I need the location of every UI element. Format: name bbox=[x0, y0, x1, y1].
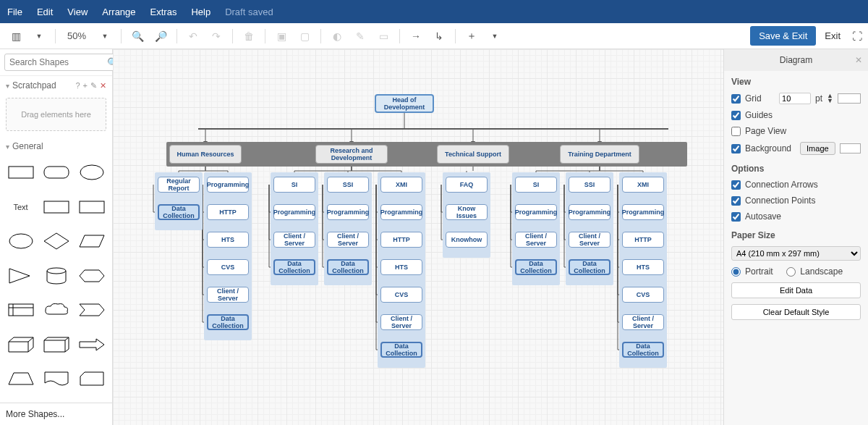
add-scratch-icon[interactable]: + bbox=[83, 81, 88, 90]
shadow-icon[interactable]: ▭ bbox=[373, 26, 393, 46]
help-icon[interactable]: ? bbox=[75, 81, 80, 90]
conn-pts-check[interactable] bbox=[731, 196, 741, 206]
shape-trapezoid[interactable] bbox=[6, 368, 35, 390]
shape-rect[interactable] bbox=[6, 161, 35, 183]
zoom-level[interactable]: 50% bbox=[61, 30, 92, 41]
node-dept-0[interactable]: Human Resources bbox=[169, 145, 242, 164]
node-1-0-0[interactable]: SI bbox=[273, 177, 315, 193]
node-dept-1[interactable]: Research and Development bbox=[315, 145, 388, 164]
connection-icon[interactable]: → bbox=[406, 26, 426, 46]
node-1-1-1[interactable]: Programming bbox=[327, 204, 369, 220]
zoom-in-icon[interactable]: 🔍 bbox=[127, 26, 148, 46]
node-3-0-0[interactable]: SI bbox=[515, 177, 557, 193]
node-0-1-5[interactable]: Data Collection bbox=[207, 314, 249, 330]
guides-check[interactable] bbox=[731, 111, 741, 120]
shape-ellipse[interactable] bbox=[77, 161, 106, 183]
node-3-2-5[interactable]: Client / Server bbox=[622, 314, 664, 330]
page-view-icon[interactable]: ▥ bbox=[6, 26, 26, 46]
clear-style-button[interactable]: Clear Default Style bbox=[731, 304, 861, 320]
grid-check[interactable] bbox=[731, 94, 741, 104]
image-button[interactable]: Image bbox=[800, 142, 835, 155]
add-dropdown-icon[interactable]: ▼ bbox=[485, 26, 505, 46]
close-scratch-icon[interactable]: ✕ bbox=[100, 81, 106, 91]
menu-view[interactable]: View bbox=[67, 7, 88, 17]
autosave-check[interactable] bbox=[731, 212, 741, 222]
node-dept-3[interactable]: Training Department bbox=[560, 145, 639, 164]
collapse-icon[interactable]: ▾ bbox=[6, 82, 9, 90]
zoom-out-icon[interactable]: 🔎 bbox=[150, 26, 171, 46]
node-2-0-2[interactable]: Knowhow bbox=[446, 232, 488, 248]
more-shapes-button[interactable]: More Shapes... bbox=[0, 403, 112, 425]
shape-cloud[interactable] bbox=[41, 299, 71, 321]
menu-extras[interactable]: Extras bbox=[150, 7, 177, 17]
paper-size-select[interactable]: A4 (210 mm x 297 mm) bbox=[731, 246, 861, 261]
node-3-1-2[interactable]: Client / Server bbox=[569, 232, 610, 248]
shape-text[interactable]: Text bbox=[6, 196, 35, 218]
node-0-1-4[interactable]: Client / Server bbox=[207, 287, 249, 303]
node-1-2-6[interactable]: Data Collection bbox=[380, 342, 422, 358]
node-dept-2[interactable]: Technical Support bbox=[437, 145, 509, 164]
node-3-2-3[interactable]: HTS bbox=[622, 259, 664, 275]
node-0-1-3[interactable]: CVS bbox=[207, 259, 249, 275]
undo-icon[interactable]: ↶ bbox=[183, 26, 203, 46]
to-back-icon[interactable]: ▢ bbox=[294, 26, 315, 46]
node-1-2-2[interactable]: HTTP bbox=[380, 232, 422, 248]
exit-button[interactable]: Exit bbox=[819, 26, 846, 46]
node-3-1-1[interactable]: Programming bbox=[569, 204, 610, 220]
shape-hexagon[interactable] bbox=[77, 265, 106, 287]
line-color-icon[interactable]: ✎ bbox=[350, 26, 370, 46]
shape-document[interactable] bbox=[41, 368, 71, 390]
shape-diamond[interactable] bbox=[41, 230, 71, 252]
node-2-0-0[interactable]: FAQ bbox=[446, 177, 488, 193]
to-front-icon[interactable]: ▣ bbox=[271, 26, 292, 46]
close-panel-icon[interactable]: ✕ bbox=[855, 55, 862, 65]
menu-edit[interactable]: Edit bbox=[37, 7, 53, 17]
node-1-2-3[interactable]: HTS bbox=[380, 259, 422, 275]
landscape-radio[interactable] bbox=[786, 267, 796, 277]
shape-rect3[interactable] bbox=[77, 196, 106, 218]
grid-color-swatch[interactable] bbox=[838, 93, 861, 104]
save-exit-button[interactable]: Save & Exit bbox=[750, 26, 816, 46]
shape-triangle[interactable] bbox=[6, 265, 35, 287]
node-1-2-5[interactable]: Client / Server bbox=[380, 314, 422, 330]
shape-rect2[interactable] bbox=[41, 196, 71, 218]
node-1-1-2[interactable]: Client / Server bbox=[327, 232, 369, 248]
node-0-0-1[interactable]: Data Collection bbox=[158, 204, 200, 220]
bg-color-swatch[interactable] bbox=[840, 143, 861, 153]
node-0-1-1[interactable]: HTTP bbox=[207, 204, 249, 220]
conn-arrows-check[interactable] bbox=[731, 180, 741, 190]
search-shapes-input[interactable] bbox=[4, 54, 123, 71]
shape-cube[interactable] bbox=[6, 334, 35, 355]
node-1-1-0[interactable]: SSI bbox=[327, 177, 369, 193]
portrait-radio[interactable] bbox=[731, 267, 741, 277]
node-3-2-2[interactable]: HTTP bbox=[622, 232, 664, 248]
shape-internal-storage[interactable] bbox=[6, 299, 35, 321]
scratchpad-dropzone[interactable]: Drag elements here bbox=[6, 98, 106, 131]
waypoint-icon[interactable]: ↳ bbox=[429, 26, 449, 46]
zoom-dropdown-icon[interactable]: ▼ bbox=[95, 26, 115, 46]
node-3-2-1[interactable]: Programming bbox=[622, 204, 664, 220]
menu-arrange[interactable]: Arrange bbox=[102, 7, 135, 17]
node-3-1-0[interactable]: SSI bbox=[569, 177, 610, 193]
shape-ellipse2[interactable] bbox=[6, 230, 35, 252]
node-0-1-2[interactable]: HTS bbox=[207, 232, 249, 248]
node-3-0-1[interactable]: Programming bbox=[515, 204, 557, 220]
node-3-2-0[interactable]: XMI bbox=[622, 177, 664, 193]
collapse-general-icon[interactable]: ▾ bbox=[6, 143, 9, 151]
node-3-0-3[interactable]: Data Collection bbox=[515, 259, 557, 275]
grid-size-input[interactable] bbox=[779, 93, 811, 104]
shape-arrow[interactable] bbox=[77, 334, 106, 355]
fill-icon[interactable]: ◐ bbox=[327, 26, 347, 46]
delete-icon[interactable]: 🗑 bbox=[239, 26, 259, 46]
shape-cube2[interactable] bbox=[41, 334, 71, 355]
node-1-1-3[interactable]: Data Collection bbox=[327, 259, 369, 275]
edit-data-button[interactable]: Edit Data bbox=[731, 282, 861, 298]
shape-parallelogram[interactable] bbox=[77, 230, 106, 252]
menu-file[interactable]: File bbox=[7, 7, 22, 17]
node-3-2-4[interactable]: CVS bbox=[622, 287, 664, 303]
dropdown-icon[interactable]: ▼ bbox=[29, 26, 49, 46]
shape-step[interactable] bbox=[77, 299, 106, 321]
node-1-2-1[interactable]: Programming bbox=[380, 204, 422, 220]
node-2-0-1[interactable]: Know Issues bbox=[446, 204, 488, 220]
shape-card[interactable] bbox=[77, 368, 106, 390]
